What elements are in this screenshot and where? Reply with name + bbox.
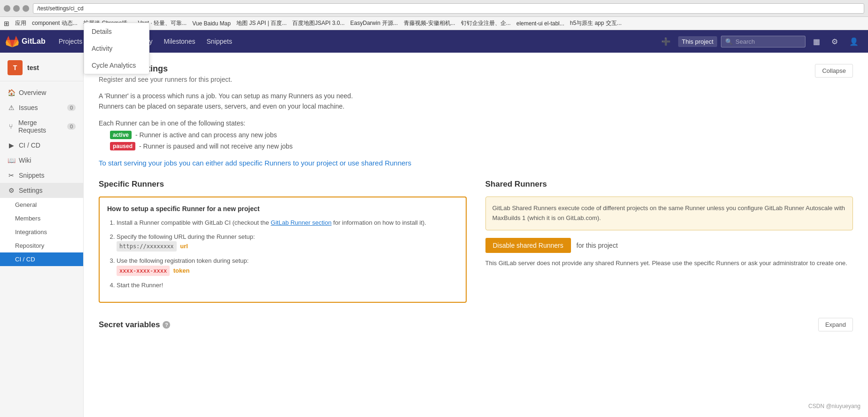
sidebar-nav: 🏠 Overview ⚠ Issues 0 ⑂ Merge Requests 0… xyxy=(0,81,83,270)
watermark: CSDN @niuyueyang xyxy=(808,403,860,409)
browser-bar xyxy=(0,0,868,17)
disable-row: Disable shared Runners for this project xyxy=(485,238,853,253)
runners-subtitle: Register and see your runners for this p… xyxy=(99,76,232,83)
shared-runners-title: Shared Runners xyxy=(485,180,853,189)
project-header: T test xyxy=(0,53,83,81)
content-area: Runners settings Register and see your r… xyxy=(84,53,868,417)
merge-icon: ⑂ xyxy=(8,123,15,130)
gitlab-runner-link[interactable]: GitLab Runner section xyxy=(271,219,331,226)
plus-icon[interactable]: ➕ xyxy=(657,35,674,48)
expand-button[interactable]: Expand xyxy=(818,318,853,331)
activity-dropdown: Details Activity Cycle Analytics xyxy=(84,53,149,74)
sidebar-item-label: Settings xyxy=(19,187,43,194)
bookmark-component[interactable]: component 动态... xyxy=(32,19,78,27)
settings-gear-icon: ⚙ xyxy=(8,187,15,194)
settings-sub-cicd[interactable]: CI / CD xyxy=(0,252,83,266)
url-label: url xyxy=(180,243,188,250)
runner-states: Each Runner can be in one of the followi… xyxy=(99,119,853,150)
cicd-icon: ▶ xyxy=(8,142,15,149)
bookmark-jsapi[interactable]: 地图 JS API | 百度... xyxy=(236,19,287,27)
paused-badge: paused xyxy=(110,142,135,150)
secret-variables-title: Secret variables ? xyxy=(99,320,170,330)
setup-step-3: Use the following registration token dur… xyxy=(117,256,458,276)
paused-desc: - Runner is paused and will not receive … xyxy=(139,142,293,150)
bookmark-h5app[interactable]: h5与原生 app 交互... xyxy=(570,19,622,27)
sidebar-item-label: CI / CD xyxy=(19,142,40,149)
sidebar-item-label: Snippets xyxy=(19,172,44,179)
setup-step-4: Start the Runner! xyxy=(117,281,458,290)
active-badge: active xyxy=(110,131,132,139)
wiki-icon: 📖 xyxy=(8,157,15,164)
main-layout: T test 🏠 Overview ⚠ Issues 0 ⑂ Merge Req… xyxy=(0,53,868,417)
settings-sub-general[interactable]: General xyxy=(0,198,83,212)
sidebar-item-label: Overview xyxy=(19,89,46,96)
state-paused-item: paused - Runner is paused and will not r… xyxy=(110,142,853,150)
sidebar-item-settings[interactable]: ⚙ Settings xyxy=(0,183,83,198)
active-desc: - Runner is active and can process any n… xyxy=(135,131,277,139)
settings-submenu: General Members Integrations Repository … xyxy=(0,198,83,266)
bookmark-baidu-map[interactable]: Vue Baidu Map xyxy=(192,20,231,27)
token-value: xxxx-xxxx-xxxx xyxy=(117,266,170,276)
shared-runners-col: Shared Runners GitLab Shared Runners exe… xyxy=(485,180,853,303)
disable-shared-runners-button[interactable]: Disable shared Runners xyxy=(485,238,571,253)
specific-runners-col: Specific Runners How to setup a specific… xyxy=(99,180,467,303)
specific-runners-title: Specific Runners xyxy=(99,180,467,189)
gitlab-logo-icon xyxy=(6,35,19,48)
token-label: token xyxy=(173,267,190,274)
forward-button[interactable] xyxy=(13,5,20,12)
this-project-button[interactable]: This project xyxy=(678,36,717,47)
address-bar[interactable] xyxy=(33,3,864,14)
back-button[interactable] xyxy=(4,5,10,12)
gitlab-logo[interactable]: GitLab xyxy=(6,35,46,48)
runners-section-header: Runners settings Register and see your r… xyxy=(99,64,853,83)
sidebar-item-snippets[interactable]: ✂ Snippets xyxy=(0,168,83,183)
settings-sub-repository[interactable]: Repository xyxy=(0,239,83,252)
states-intro: Each Runner can be in one of the followi… xyxy=(99,119,853,127)
sidebar-item-label: Merge Requests xyxy=(18,119,63,134)
bookmark-easydarwin[interactable]: EasyDarwin 开源... xyxy=(350,19,398,27)
merge-requests-badge: 0 xyxy=(67,123,76,130)
search-box[interactable]: 🔍 Search xyxy=(721,36,805,47)
sidebar-item-issues[interactable]: ⚠ Issues 0 xyxy=(0,100,83,115)
dropdown-cycle-analytics[interactable]: Cycle Analytics xyxy=(84,57,149,74)
shared-runners-info: GitLab Shared Runners execute code of di… xyxy=(485,197,853,230)
setup-step-2: Specify the following URL during the Run… xyxy=(117,232,458,252)
settings-sub-integrations[interactable]: Integrations xyxy=(0,225,83,239)
sidebar-item-wiki[interactable]: 📖 Wiki xyxy=(0,153,83,168)
refresh-button[interactable] xyxy=(23,5,29,12)
sidebar-item-merge-requests[interactable]: ⑂ Merge Requests 0 xyxy=(0,115,83,138)
setup-box: How to setup a specific Runner for a new… xyxy=(99,197,467,303)
bookmark-dingding[interactable]: 钉钉企业注册、企... xyxy=(461,19,511,27)
info-icon: ? xyxy=(163,321,170,329)
bookmark-jsapi3[interactable]: 百度地图JSAPI 3.0... xyxy=(292,19,344,27)
sidebar: T test 🏠 Overview ⚠ Issues 0 ⑂ Merge Req… xyxy=(0,53,84,417)
sidebar-item-overview[interactable]: 🏠 Overview xyxy=(0,85,83,100)
project-name: test xyxy=(27,64,39,71)
search-placeholder: Search xyxy=(735,38,755,45)
sidebar-item-cicd[interactable]: ▶ CI / CD xyxy=(0,138,83,153)
runner-description: A 'Runner' is a process which runs a job… xyxy=(99,91,853,112)
secret-variables-header: Secret variables ? Expand xyxy=(99,318,853,331)
for-this-project-text: for this project xyxy=(577,242,618,249)
runner-cta: To start serving your jobs you can eithe… xyxy=(99,158,853,169)
bookmark-qingteng[interactable]: 青藤视频-安徽相机... xyxy=(404,19,455,27)
project-avatar: T xyxy=(8,60,23,75)
setup-steps: Install a Runner compatible with GitLab … xyxy=(107,218,458,290)
home-icon: 🏠 xyxy=(8,89,15,96)
settings-sub-members[interactable]: Members xyxy=(0,212,83,225)
layout-icon[interactable]: ▦ xyxy=(809,35,824,48)
sidebar-item-label: Issues xyxy=(19,104,38,111)
bookmark-elementui[interactable]: element-ui el-tabl... xyxy=(516,20,564,27)
state-active-item: active - Runner is active and can proces… xyxy=(110,131,853,139)
nav-milestones[interactable]: Milestones xyxy=(158,30,201,53)
bookmark-apps-icon: ⊞ xyxy=(4,20,9,27)
bookmark-apps[interactable]: 应用 xyxy=(15,19,26,27)
setup-box-title: How to setup a specific Runner for a new… xyxy=(107,205,458,212)
dropdown-activity[interactable]: Activity xyxy=(84,53,149,57)
issues-badge: 0 xyxy=(67,104,76,111)
issues-icon: ⚠ xyxy=(8,104,15,111)
nav-snippets[interactable]: Snippets xyxy=(201,30,237,53)
user-icon[interactable]: 👤 xyxy=(845,35,862,48)
settings-icon[interactable]: ⚙ xyxy=(828,35,842,48)
collapse-button[interactable]: Collapse xyxy=(815,64,853,78)
